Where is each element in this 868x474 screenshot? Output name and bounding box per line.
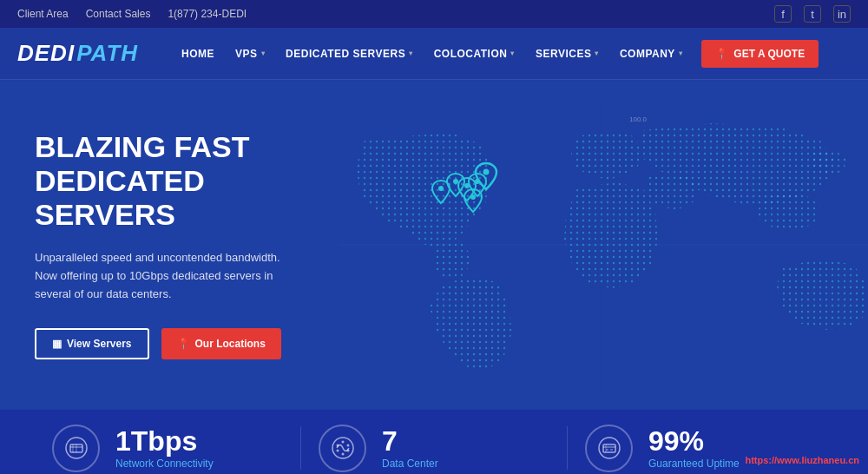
chevron-down-icon: ▾ bbox=[510, 49, 515, 57]
view-servers-button[interactable]: ▦ View Servers bbox=[35, 328, 149, 359]
social-links: f t in bbox=[774, 5, 851, 23]
svg-point-1 bbox=[438, 186, 444, 191]
datacenter-icon bbox=[319, 425, 366, 472]
svg-point-16 bbox=[336, 444, 339, 447]
svg-point-19 bbox=[346, 450, 349, 452]
nav-item-dedicated[interactable]: DEDICATED SERVERS ▾ bbox=[277, 41, 422, 67]
top-bar-links: Client Area Contact Sales 1(877) 234-DED… bbox=[17, 8, 247, 20]
top-bar: Client Area Contact Sales 1(877) 234-DED… bbox=[0, 0, 868, 28]
chevron-down-icon: ▾ bbox=[409, 49, 413, 57]
stat-number-network: 1Tbps bbox=[115, 427, 214, 455]
get-quote-button[interactable]: 📍 GET A QUOTE bbox=[701, 40, 819, 68]
chevron-down-icon: ▾ bbox=[261, 49, 266, 57]
stat-label-uptime: Guaranteed Uptime bbox=[648, 458, 740, 470]
logo-text-path: PATH bbox=[76, 40, 138, 67]
stat-number-datacenter: 7 bbox=[382, 427, 438, 455]
svg-point-22 bbox=[599, 438, 620, 458]
logo-text-dedi: DEDI bbox=[17, 40, 75, 67]
nav-item-home[interactable]: HOME bbox=[173, 41, 223, 67]
nav-item-services[interactable]: SERVICES ▾ bbox=[527, 41, 608, 67]
navbar: DEDIPATH HOME VPS ▾ DEDICATED SERVERS ▾ … bbox=[0, 28, 868, 80]
svg-rect-23 bbox=[603, 444, 615, 452]
map-pin-icon: 📍 bbox=[715, 48, 728, 60]
linkedin-icon[interactable]: in bbox=[833, 5, 851, 23]
uptime-icon bbox=[585, 425, 633, 472]
chevron-down-icon: ▾ bbox=[595, 49, 599, 57]
stat-text-datacenter: 7 Data Center bbox=[382, 427, 438, 470]
twitter-icon[interactable]: t bbox=[804, 5, 821, 23]
stat-item-network: 1Tbps Network Connectivity bbox=[52, 425, 283, 472]
hero-section: 100.0 BLAZING FAST DEDICATED SERVERS Unp… bbox=[0, 80, 868, 410]
stat-text-uptime: 99% Guaranteed Uptime bbox=[648, 427, 740, 470]
watermark: https://www.liuzhaneu.cn bbox=[745, 455, 859, 465]
stat-label-network: Network Connectivity bbox=[115, 458, 214, 470]
our-locations-button[interactable]: 📍 Our Locations bbox=[161, 328, 281, 359]
svg-point-18 bbox=[346, 444, 349, 447]
client-area-link[interactable]: Client Area bbox=[17, 8, 69, 20]
stats-bar: 1Tbps Network Connectivity 7 Data Center bbox=[0, 410, 868, 474]
chevron-down-icon: ▾ bbox=[679, 49, 683, 57]
hero-content: BLAZING FAST DEDICATED SERVERS Unparalle… bbox=[0, 130, 330, 359]
stat-text-network: 1Tbps Network Connectivity bbox=[115, 427, 214, 470]
stat-label-datacenter: Data Center bbox=[382, 458, 438, 470]
stat-item-datacenter: 7 Data Center bbox=[319, 425, 549, 472]
logo[interactable]: DEDIPATH bbox=[17, 40, 138, 67]
nav-links: HOME VPS ▾ DEDICATED SERVERS ▾ COLOCATIO… bbox=[173, 40, 851, 68]
server-icon: ▦ bbox=[52, 338, 62, 350]
svg-point-5 bbox=[483, 169, 490, 175]
phone-number: 1(877) 234-DEDI bbox=[168, 8, 247, 20]
contact-sales-link[interactable]: Contact Sales bbox=[86, 8, 151, 20]
network-icon bbox=[52, 425, 100, 472]
facebook-icon[interactable]: f bbox=[774, 5, 792, 23]
svg-text:100.0: 100.0 bbox=[629, 115, 648, 123]
nav-item-company[interactable]: COMPANY ▾ bbox=[611, 41, 691, 67]
stat-number-uptime: 99% bbox=[648, 427, 740, 455]
svg-point-20 bbox=[336, 450, 339, 452]
nav-item-colocation[interactable]: COLOCATION ▾ bbox=[425, 41, 523, 67]
svg-point-6 bbox=[470, 194, 476, 200]
svg-point-21 bbox=[341, 453, 344, 456]
location-pin-icon: 📍 bbox=[177, 338, 190, 350]
nav-item-vps[interactable]: VPS ▾ bbox=[227, 41, 273, 67]
stat-divider-2 bbox=[567, 426, 568, 470]
world-map: 100.0 bbox=[339, 97, 868, 392]
hero-title: BLAZING FAST DEDICATED SERVERS bbox=[35, 130, 295, 232]
svg-point-2 bbox=[453, 179, 458, 184]
svg-point-17 bbox=[341, 441, 344, 444]
hero-description: Unparalleled speed and uncontended bandw… bbox=[35, 249, 295, 303]
stat-divider-1 bbox=[300, 426, 301, 470]
hero-buttons: ▦ View Servers 📍 Our Locations bbox=[35, 328, 295, 359]
